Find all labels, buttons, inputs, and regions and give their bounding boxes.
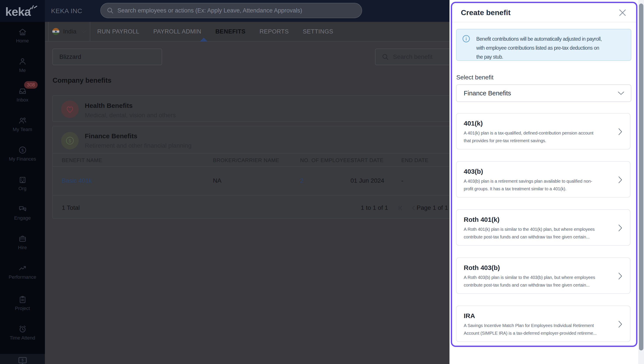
entity-filter-value: Blizzard bbox=[59, 54, 150, 60]
sidebar-item-label: Hire bbox=[18, 245, 27, 250]
briefcase-icon bbox=[18, 234, 27, 243]
heart-icon bbox=[61, 100, 79, 118]
modal-title: Create benefit bbox=[461, 8, 511, 17]
column-header: START DATE bbox=[350, 157, 383, 164]
engage-chat-icon bbox=[18, 204, 27, 214]
dollar-circle-icon: $ bbox=[18, 146, 27, 155]
drawer-scrollbar bbox=[638, 0, 644, 364]
divider bbox=[452, 22, 636, 22]
tab-payroll-admin[interactable]: PAYROLL ADMIN bbox=[153, 28, 201, 35]
column-header: BROKER/CARRIER NAME bbox=[213, 157, 279, 164]
chevron-right-icon bbox=[618, 176, 622, 184]
sidebar-item-engage[interactable]: Engage bbox=[0, 204, 45, 224]
benefit-option-description: A 403(b) plan is a retirement savings pl… bbox=[464, 178, 621, 193]
dollar-circle-icon: $ bbox=[61, 132, 79, 150]
benefit-option-roth-401k[interactable]: Roth 401(k) A Roth 401(k) plan is simila… bbox=[456, 209, 630, 246]
sidebar-item-my-team[interactable]: My Team bbox=[0, 116, 45, 136]
sidebar-item-label: Performance bbox=[9, 274, 36, 280]
category-subtitle: Retirement and other financial planning bbox=[85, 142, 191, 149]
benefit-option-title: 403(b) bbox=[464, 168, 483, 175]
create-benefit-modal: Create benefit Benefit contributions wil… bbox=[451, 2, 637, 347]
info-icon bbox=[462, 34, 471, 43]
svg-text:$: $ bbox=[69, 138, 71, 143]
benefit-option-401k[interactable]: 401(k) A 401(k) plan is a tax-qualified,… bbox=[456, 113, 630, 150]
sidebar-item-project[interactable]: Project bbox=[0, 295, 45, 314]
info-banner-text: Benefit contributions will be automatica… bbox=[476, 34, 625, 60]
rows-range: 1 to 1 of 1 bbox=[361, 204, 388, 211]
category-title: Finance Benefits bbox=[85, 132, 137, 140]
sidebar-item-label: Home bbox=[16, 38, 29, 44]
close-button[interactable] bbox=[617, 7, 628, 18]
category-title: Health Benefits bbox=[85, 102, 132, 110]
search-icon bbox=[106, 7, 114, 14]
trend-up-icon bbox=[18, 264, 27, 273]
team-icon bbox=[18, 116, 27, 125]
benefit-option-title: 401(k) bbox=[464, 120, 483, 127]
sidebar-item-label: Engage bbox=[14, 215, 31, 221]
sidebar-item-label: Me bbox=[19, 68, 26, 73]
benefit-category-dropdown[interactable]: Finance Benefits bbox=[456, 84, 631, 102]
india-flag-icon bbox=[52, 28, 59, 35]
tab-reports[interactable]: REPORTS bbox=[260, 28, 289, 35]
employees-count-link[interactable]: 2 bbox=[300, 177, 304, 184]
active-tab-indicator bbox=[200, 38, 208, 42]
chevron-right-icon bbox=[618, 224, 622, 232]
category-subtitle: Medical, dental, vision and others bbox=[85, 112, 176, 119]
keka-logo: keka bbox=[5, 5, 31, 18]
benefit-option-403b[interactable]: 403(b) A 403(b) plan is a retirement sav… bbox=[456, 161, 630, 198]
modal-header: Create benefit bbox=[452, 3, 636, 22]
benefit-option-title: Roth 401(k) bbox=[464, 216, 499, 223]
sidebar-item-label: My Finances bbox=[9, 156, 36, 162]
global-search-input[interactable] bbox=[117, 7, 362, 14]
sidebar-item-performance[interactable]: Performance bbox=[0, 264, 45, 283]
sidebar-item-label: My Team bbox=[13, 127, 32, 132]
benefit-option-description: A Roth 401(k) plan is similar to the 401… bbox=[464, 226, 621, 241]
sidebar-item-inbox[interactable]: 308 Inbox bbox=[0, 86, 45, 106]
benefit-option-description: A 401(k) plan is a tax-qualified, define… bbox=[464, 129, 621, 144]
benefit-option-description: A Savings Incentive Match Plan for Emplo… bbox=[464, 322, 621, 337]
inbox-badge: 308 bbox=[24, 81, 38, 88]
scrollbar-thumb[interactable] bbox=[639, 4, 643, 350]
benefit-option-ira[interactable]: IRA A Savings Incentive Match Plan for E… bbox=[456, 306, 630, 342]
sidebar-item-hire[interactable]: Hire bbox=[0, 234, 45, 254]
sidebar-item-me[interactable]: Me bbox=[0, 57, 45, 76]
close-icon bbox=[617, 8, 627, 18]
previous-page-icon[interactable] bbox=[410, 205, 417, 211]
country-selector[interactable]: India bbox=[48, 22, 90, 41]
column-header: NO. OF EMPLOYEES bbox=[300, 157, 354, 164]
chevron-right-icon bbox=[618, 128, 622, 136]
benefit-option-title: Roth 403(b) bbox=[464, 264, 500, 272]
entity-filter-dropdown[interactable]: Blizzard bbox=[52, 48, 162, 65]
clipboard-icon bbox=[18, 295, 27, 304]
first-page-icon[interactable] bbox=[397, 205, 404, 211]
select-benefit-label: Select benefit bbox=[456, 74, 636, 81]
chevron-down-icon bbox=[81, 30, 87, 33]
user-icon bbox=[18, 57, 27, 66]
chevron-down-icon bbox=[618, 92, 624, 95]
benefit-options-list: 401(k) A 401(k) plan is a tax-qualified,… bbox=[452, 113, 636, 342]
page-indicator: Page 1 of 1 bbox=[417, 204, 448, 211]
benefit-option-roth-403b[interactable]: Roth 403(b) A Roth 403(b) plan is simila… bbox=[456, 258, 630, 294]
tab-settings[interactable]: SETTINGS bbox=[303, 28, 333, 35]
sidebar-item-my-finances[interactable]: $ My Finances bbox=[0, 146, 45, 165]
payroll-monitor-icon: $ bbox=[17, 355, 28, 364]
company-name: KEKA INC bbox=[51, 7, 82, 15]
page-title: Company benefits bbox=[53, 76, 111, 84]
sidebar-item-label: Project bbox=[15, 306, 30, 311]
sidebar-item-home[interactable]: Home bbox=[0, 27, 45, 47]
svg-text:$: $ bbox=[22, 358, 24, 362]
alarm-clock-icon bbox=[18, 324, 27, 334]
end-date-cell: - bbox=[401, 177, 403, 184]
column-header: END DATE bbox=[401, 157, 428, 164]
benefit-name-link[interactable]: Basic 401k bbox=[62, 177, 92, 184]
sidebar-item-label: Inbox bbox=[17, 97, 29, 103]
search-icon bbox=[382, 53, 389, 60]
sidebar-item-label: Org bbox=[19, 186, 27, 192]
sidebar-item-time-attend[interactable]: Time Attend bbox=[0, 324, 45, 344]
global-search[interactable] bbox=[100, 3, 362, 18]
chevron-right-icon bbox=[618, 272, 622, 280]
tab-benefits[interactable]: BENEFITS bbox=[215, 28, 246, 35]
tab-run-payroll[interactable]: RUN PAYROLL bbox=[97, 28, 139, 35]
sidebar-item-org[interactable]: Org bbox=[0, 175, 45, 195]
sidebar-item-payroll[interactable]: $ bbox=[0, 354, 45, 364]
